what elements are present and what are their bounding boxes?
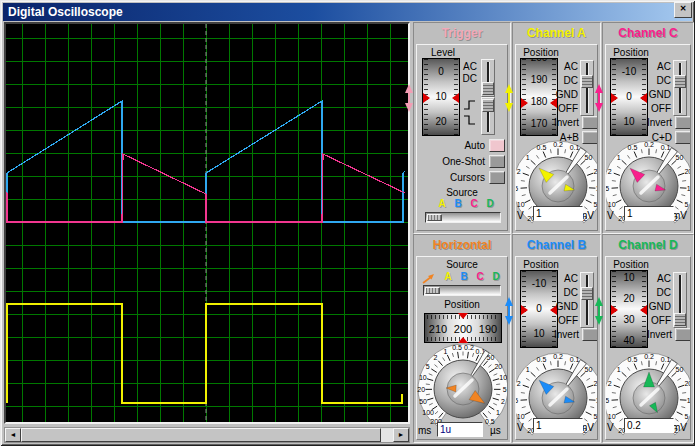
scrollbar-thumb[interactable]: [21, 428, 381, 442]
horizontal-source-D: D: [489, 271, 503, 283]
trigger-panel: TriggerLevel01020ACDCAutoOne-ShotCursors…: [413, 22, 511, 234]
trigger-coupling-dc-label: DC: [431, 73, 477, 85]
horizontal-source-C: C: [473, 271, 487, 283]
oscilloscope-window: Digital Oscilloscope ✕ ◄ ► TriggerLevel0…: [0, 0, 695, 446]
trigger-auto-button[interactable]: [489, 139, 505, 152]
scale-number: 210: [425, 323, 451, 335]
svg-text:5: 5: [426, 363, 430, 370]
channel-a-position-cursor[interactable]: [504, 84, 514, 112]
horizontal-position-scale[interactable]: 210200190: [424, 313, 502, 343]
horizontal-scrollbar[interactable]: ◄ ►: [4, 427, 410, 443]
horizontal-source-slider[interactable]: [423, 285, 501, 296]
trigger-source-slider[interactable]: [425, 212, 501, 223]
trigger-oneshot-button[interactable]: [489, 155, 505, 168]
svg-text:0.1: 0.1: [661, 356, 671, 363]
svg-text:20: 20: [494, 363, 502, 370]
svg-text:0.2: 0.2: [553, 353, 563, 360]
channel-c-invert-button[interactable]: [675, 116, 691, 129]
channel-d-unit-left-label: V: [607, 422, 619, 434]
channel-d-gain-value-input[interactable]: [624, 418, 674, 433]
svg-text:5: 5: [684, 413, 688, 420]
channel-c-coupling-off-label: OFF: [606, 103, 671, 115]
channel-b-gain-value-input[interactable]: [533, 418, 583, 433]
svg-text:5: 5: [503, 386, 507, 393]
svg-text:10: 10: [517, 413, 525, 420]
channel-d-coupling-switch[interactable]: [673, 272, 687, 328]
channel-c-panel: Channel CPosition-10010ACDCGNDOFFInvertC…: [602, 22, 694, 234]
horizontal-timebase-value-input[interactable]: [437, 422, 483, 437]
channel-d-title: Channel D: [603, 235, 693, 255]
channel-d-content: Position10203040ACDCGNDOFFInvert20105210…: [605, 256, 691, 440]
channel-b-coupling-switch[interactable]: [580, 272, 594, 328]
channel-a-unit-left-label: V: [517, 210, 529, 222]
channel-b-invert-button[interactable]: [582, 328, 598, 341]
channel-d-position-cursor[interactable]: [594, 297, 604, 325]
channel-d-invert-button-label: Invert: [606, 329, 672, 341]
scale-number: 190: [475, 323, 501, 335]
svg-text:5: 5: [593, 201, 597, 208]
trigger-slope-switch[interactable]: [481, 97, 495, 135]
scroll-right-button[interactable]: ►: [393, 428, 409, 442]
channel-a-panel: Channel APosition200190180170ACDCGNDOFFI…: [512, 22, 601, 234]
channel-c-title: Channel C: [603, 23, 693, 43]
switch-handle[interactable]: [581, 287, 593, 300]
svg-text:5: 5: [515, 397, 518, 404]
svg-text:100: 100: [422, 409, 434, 416]
channel-d-coupling-ac-label: AC: [606, 273, 671, 285]
trigger-level-cursor[interactable]: [404, 84, 414, 112]
svg-text:0.2: 0.2: [644, 353, 654, 360]
arrow-down-icon: [405, 103, 413, 112]
channel-a-invert-button-label: Invert: [516, 117, 579, 129]
svg-text:0.5: 0.5: [537, 144, 547, 151]
channel-b-unit-left-label: V: [517, 422, 529, 434]
trigger-cursors-button[interactable]: [489, 171, 505, 184]
scale-number: 20: [423, 116, 459, 128]
horizontal-source-A: A: [441, 271, 455, 283]
channel-a-coupling-switch[interactable]: [580, 60, 594, 116]
trigger-title: Trigger: [414, 23, 510, 43]
channel-c-position-cursor[interactable]: [594, 84, 604, 112]
window-title: Digital Oscilloscope: [8, 5, 123, 19]
trigger-coupling-switch[interactable]: [481, 59, 495, 97]
oscilloscope-screen[interactable]: [4, 22, 410, 424]
channel-a-title: Channel A: [513, 23, 600, 43]
switch-handle[interactable]: [674, 75, 686, 88]
svg-text:1: 1: [617, 154, 621, 161]
svg-text:20: 20: [593, 380, 598, 387]
rising-edge-icon: [463, 97, 477, 110]
slider-handle[interactable]: [427, 214, 442, 221]
svg-text:2: 2: [517, 380, 521, 387]
title-bar[interactable]: Digital Oscilloscope: [3, 3, 692, 21]
svg-text:10: 10: [517, 201, 525, 208]
close-button[interactable]: ✕: [674, 2, 692, 18]
channel-c-gain-value-input[interactable]: [624, 206, 674, 221]
scroll-left-button[interactable]: ◄: [5, 428, 21, 442]
channel-d-invert-button[interactable]: [675, 328, 691, 341]
channel-c-coupling-dc-label: DC: [606, 75, 671, 87]
svg-text:0.2: 0.2: [464, 344, 474, 351]
svg-text:50: 50: [419, 398, 427, 405]
channel-a-coupling-dc-label: DC: [516, 75, 578, 87]
switch-handle[interactable]: [674, 313, 686, 326]
slider-marker-right-icon: [452, 93, 459, 103]
channel-a-gain-value-input[interactable]: [533, 206, 583, 221]
svg-text:50: 50: [585, 154, 593, 161]
svg-text:0.1: 0.1: [661, 144, 671, 151]
channel-c-content: Position-10010ACDCGNDOFFInvertC+D2010521…: [605, 44, 691, 231]
horizontal-title: Horizontal: [414, 235, 510, 255]
channel-a-invert-button[interactable]: [582, 116, 598, 129]
svg-text:50: 50: [676, 366, 684, 373]
slider-handle[interactable]: [425, 287, 440, 294]
channel-c-invert-button-label: Invert: [606, 117, 672, 129]
svg-text:5: 5: [605, 397, 609, 404]
switch-handle[interactable]: [581, 75, 593, 88]
switch-handle[interactable]: [482, 99, 494, 112]
switch-slot: [586, 275, 589, 325]
channel-c-coupling-switch[interactable]: [673, 60, 687, 116]
channel-b-panel: Channel BPosition-10010ACDCGNDOFFInvert2…: [512, 234, 601, 443]
switch-handle[interactable]: [482, 82, 494, 95]
trigger-cursors-button-label: Cursors: [417, 172, 485, 184]
svg-text:0.5: 0.5: [485, 418, 495, 425]
horizontal-position-label: Position: [437, 299, 487, 311]
channel-b-position-cursor[interactable]: [504, 297, 514, 325]
